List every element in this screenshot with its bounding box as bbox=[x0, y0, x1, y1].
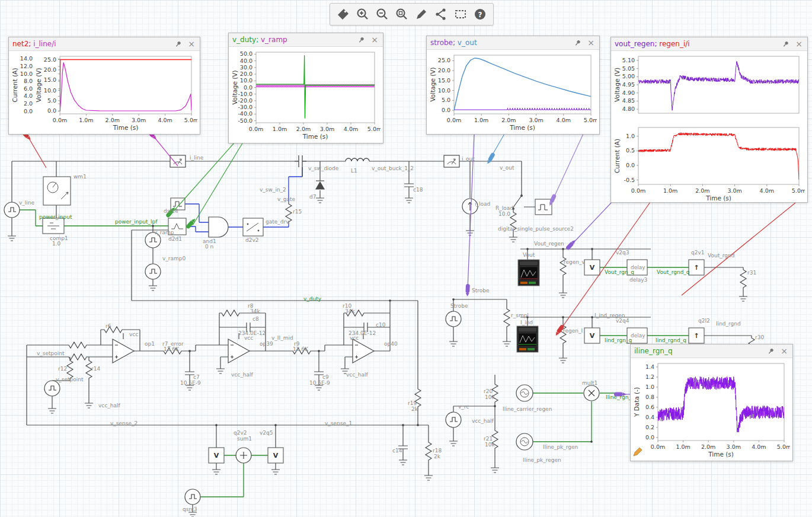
and-gate-and1[interactable] bbox=[209, 217, 228, 237]
mosfet-m1[interactable] bbox=[295, 155, 306, 177]
pin-icon[interactable] bbox=[357, 36, 365, 44]
plot-window-vduty-vramp[interactable]: v_duty; v_ramp×Voltage (V)50.040.030.020… bbox=[228, 33, 383, 143]
zoom-out-button[interactable] bbox=[374, 6, 391, 23]
inductor-L1[interactable] bbox=[346, 158, 369, 161]
pin-icon[interactable] bbox=[782, 40, 789, 48]
probe-pen-red[interactable] bbox=[554, 324, 565, 337]
switch-contact[interactable] bbox=[512, 208, 514, 210]
comparator-comp1[interactable] bbox=[43, 218, 64, 234]
opamp-op1[interactable] bbox=[113, 339, 134, 363]
digital-pulse-source2[interactable] bbox=[535, 199, 552, 215]
close-icon[interactable]: × bbox=[187, 40, 196, 48]
vmeter-box-v2q5[interactable] bbox=[268, 448, 283, 463]
resistor-r19[interactable] bbox=[415, 387, 421, 409]
source-vline[interactable] bbox=[4, 202, 20, 218]
sample-box-q2i2[interactable] bbox=[689, 328, 704, 343]
svg-text:2.0m: 2.0m bbox=[695, 187, 709, 194]
source-iline-carrier-regen[interactable] bbox=[516, 385, 533, 401]
capacitor-c10[interactable] bbox=[364, 323, 367, 332]
delay-block[interactable] bbox=[627, 328, 647, 343]
svg-text:5.0: 5.0 bbox=[47, 97, 56, 104]
svg-text:0.0: 0.0 bbox=[442, 107, 450, 113]
plot-window-iline-rgn-q[interactable]: iline_rgn_q×Y Data (-)1.41.21.00.80.60.4… bbox=[630, 344, 793, 461]
scope-iind[interactable] bbox=[517, 326, 538, 352]
resistor-r8[interactable] bbox=[219, 310, 242, 316]
sample-box-q2v1[interactable] bbox=[689, 260, 704, 275]
source-vsetpoint[interactable] bbox=[44, 381, 60, 396]
source-vramp0[interactable] bbox=[145, 264, 161, 279]
resistor-rload[interactable] bbox=[510, 210, 516, 232]
resistor-r20[interactable] bbox=[492, 382, 498, 404]
resistor-r10[interactable] bbox=[344, 310, 366, 316]
probe-pen-green[interactable] bbox=[186, 218, 197, 229]
svg-text:10.0: 10.0 bbox=[20, 71, 33, 77]
resistor-r15[interactable] bbox=[286, 202, 292, 224]
schematic-editor-canvas[interactable]: i_linewm1v_linepower_inputcomp11.0power_… bbox=[0, 0, 812, 517]
pin-icon[interactable] bbox=[574, 39, 581, 47]
resistor-r31[interactable] bbox=[740, 267, 746, 290]
pwm-comparator-d2d1[interactable] bbox=[168, 218, 186, 235]
zoom-in-button[interactable] bbox=[354, 6, 371, 23]
vmeter-box-q2v2[interactable] bbox=[209, 448, 224, 463]
zoom-selection-button[interactable] bbox=[394, 6, 410, 23]
zoom-in-icon bbox=[356, 7, 370, 21]
resistor-r21[interactable] bbox=[492, 428, 498, 451]
plot-window-net2-iline[interactable]: net2; i_line/i×Current (A)14.012.010.08.… bbox=[8, 37, 200, 135]
probe-pen-purple[interactable] bbox=[614, 392, 626, 397]
plot-window-strobe-vout[interactable]: strobe; v_out×Voltage (V)25.020.015.010.… bbox=[426, 36, 600, 135]
opamp-op40[interactable] bbox=[353, 339, 374, 363]
diode-d7[interactable] bbox=[316, 181, 324, 189]
close-icon[interactable]: × bbox=[370, 36, 379, 44]
pin-icon[interactable] bbox=[174, 40, 182, 48]
opamp-op39[interactable] bbox=[228, 339, 250, 363]
wattmeter-wm1[interactable] bbox=[43, 177, 71, 205]
edit-pencil-icon[interactable] bbox=[632, 446, 643, 459]
resistor-rsmpl[interactable] bbox=[504, 307, 510, 329]
tag-tool-button[interactable] bbox=[335, 6, 351, 23]
svg-text:-10.0: -10.0 bbox=[238, 91, 252, 97]
resistor-r6[interactable] bbox=[102, 327, 124, 333]
vmeter-box-v2q4[interactable] bbox=[584, 328, 600, 343]
source-vrc[interactable] bbox=[446, 412, 461, 427]
probe-pencil-button[interactable] bbox=[413, 6, 430, 23]
share-button[interactable] bbox=[433, 6, 449, 23]
pin-icon[interactable] bbox=[767, 347, 775, 355]
capacitor-c14[interactable] bbox=[398, 442, 408, 453]
summer-sum1[interactable] bbox=[236, 448, 251, 463]
source-qsrc3[interactable] bbox=[185, 489, 200, 505]
probe-pen-blue[interactable] bbox=[486, 152, 495, 165]
close-icon[interactable]: × bbox=[586, 39, 596, 47]
pulse-source-dsrc4[interactable] bbox=[171, 198, 185, 210]
multiplier-mult1[interactable] bbox=[584, 385, 599, 401]
source-iload[interactable] bbox=[462, 199, 478, 214]
resistor-r12[interactable] bbox=[67, 358, 73, 381]
capacitor-c8[interactable] bbox=[247, 323, 250, 332]
select-region-button[interactable] bbox=[452, 6, 469, 23]
switch-contact[interactable] bbox=[520, 194, 523, 197]
gate-driver-d2v2[interactable] bbox=[243, 218, 263, 236]
plot-window-voutregen-regeni[interactable]: vout_regen; regen_i/i×Voltage (V)5.105.0… bbox=[610, 37, 808, 203]
share-icon bbox=[434, 7, 448, 21]
scope-vout[interactable] bbox=[518, 260, 539, 286]
delay-block-delay3[interactable] bbox=[627, 260, 647, 275]
resistor-r7-error[interactable] bbox=[161, 348, 184, 354]
vmeter-box-v2q3[interactable] bbox=[584, 260, 600, 275]
resistor-r9[interactable] bbox=[290, 348, 313, 354]
resistor-regenv[interactable] bbox=[560, 255, 566, 277]
capacitor-c9[interactable] bbox=[314, 368, 324, 379]
capacitor-c18[interactable] bbox=[404, 180, 414, 191]
resistor-r18[interactable] bbox=[426, 440, 431, 462]
source-vramp[interactable] bbox=[145, 232, 161, 248]
close-icon[interactable]: × bbox=[794, 40, 804, 48]
source-iline-pk-regen[interactable] bbox=[516, 433, 533, 450]
current-meter-iout[interactable] bbox=[444, 155, 459, 167]
resistor-input1[interactable] bbox=[66, 342, 89, 348]
resistor-r14[interactable] bbox=[86, 358, 92, 381]
close-icon[interactable]: × bbox=[779, 347, 789, 355]
svg-text:Voltage (V): Voltage (V) bbox=[231, 70, 238, 104]
source-strobe[interactable] bbox=[446, 311, 461, 327]
probe-pen-purple[interactable] bbox=[465, 284, 470, 296]
help-button[interactable]: ? bbox=[472, 6, 488, 23]
capacitor-c7[interactable] bbox=[185, 368, 194, 379]
current-meter-iline[interactable] bbox=[170, 155, 186, 167]
